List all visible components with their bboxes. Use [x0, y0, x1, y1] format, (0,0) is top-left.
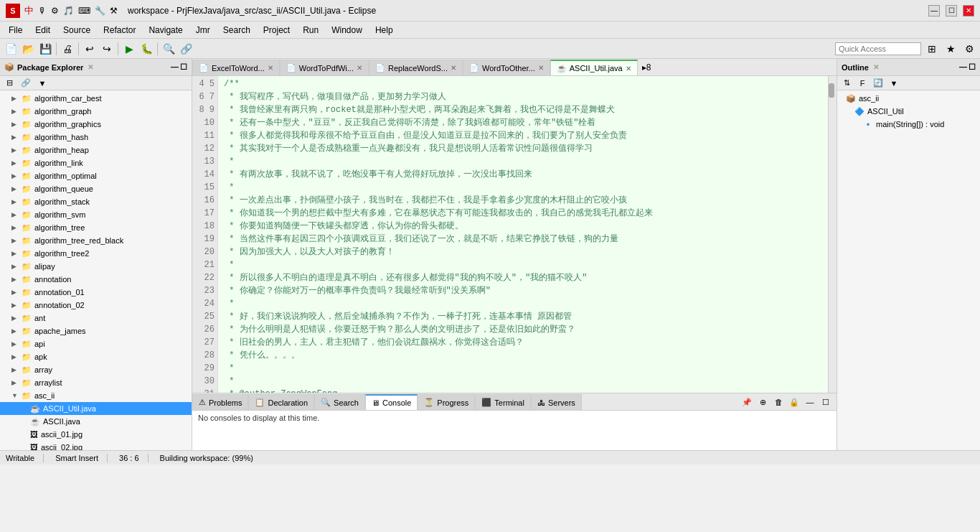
package-explorer-close-icon[interactable]: ✕: [88, 63, 93, 71]
tree-item-algorithm-tree2[interactable]: ▶📁algorithm_tree2: [0, 247, 192, 260]
tree-expand-icon[interactable]: ▶: [11, 146, 20, 154]
tree-expand-icon[interactable]: ▶: [11, 289, 20, 296]
tree-item-ASCII-java[interactable]: ☕ASCII.java: [0, 415, 192, 428]
console-maximize[interactable]: ☐: [818, 394, 834, 410]
bottom-tab-search[interactable]: 🔍 Search: [314, 394, 365, 410]
tree-item-arraylist[interactable]: ▶📁arraylist: [0, 376, 192, 389]
perspective-switch[interactable]: ⊞: [924, 41, 940, 57]
tree-item-algorithm-graph[interactable]: ▶📁algorithm_graph: [0, 105, 192, 118]
tree-item-annotation-02[interactable]: ▶📁annotation_02: [0, 299, 192, 312]
tree-expand-icon[interactable]: ▶: [11, 121, 20, 128]
tree-expand-icon[interactable]: ▶: [11, 276, 20, 283]
tree-expand-icon[interactable]: ▶: [11, 211, 20, 218]
code-editor[interactable]: /** * 我写程序，写代码，做项目做产品，更加努力学习做人 * 我曾经家里有两…: [218, 76, 828, 393]
tree-item-algorithm-car-best[interactable]: ▶📁algorithm_car_best: [0, 92, 192, 105]
quick-access-input[interactable]: [835, 42, 921, 55]
minimize-button[interactable]: —: [928, 5, 940, 17]
tree-item-algorithm-stack[interactable]: ▶📁algorithm_stack: [0, 195, 192, 208]
tree-item-ascii-02-jpg[interactable]: 🖼ascii_02.jpg: [0, 441, 192, 450]
tree-expand-icon[interactable]: ▶: [11, 327, 20, 335]
tree-item-algorithm-hash[interactable]: ▶📁algorithm_hash: [0, 131, 192, 144]
console-clear-button[interactable]: 🗑: [771, 394, 786, 410]
tree-item-ascii-01-jpg[interactable]: 🖼ascii_01.jpg: [0, 428, 192, 441]
menu-item-refactor[interactable]: Refactor: [98, 24, 141, 37]
tree-expand-icon[interactable]: ▼: [11, 392, 20, 399]
bottom-tab-console[interactable]: 🖥 Console: [365, 394, 418, 410]
tree-item-algorithm-queue[interactable]: ▶📁algorithm_queue: [0, 182, 192, 195]
pe-collapse-all[interactable]: ⊟: [1, 75, 17, 91]
outline-hide-fields[interactable]: F: [854, 75, 870, 91]
tab-close-button[interactable]: ✕: [538, 64, 544, 72]
menu-item-help[interactable]: Help: [369, 24, 399, 37]
menu-item-search[interactable]: Search: [217, 24, 256, 37]
bottom-tab-problems[interactable]: ⚠ Problems: [192, 394, 248, 410]
outline-sort[interactable]: ⇅: [839, 75, 854, 91]
close-button[interactable]: ✕: [963, 5, 974, 17]
toolbar-refs[interactable]: 🔗: [178, 41, 194, 57]
tab-close-button[interactable]: ✕: [626, 65, 631, 73]
bottom-tab-terminal[interactable]: ⬛ Terminal: [475, 394, 531, 410]
console-scroll-lock[interactable]: 🔒: [786, 394, 802, 410]
toolbar-search[interactable]: 🔍: [161, 41, 176, 57]
toolbar-undo[interactable]: ↩: [82, 41, 98, 57]
outline-view-menu[interactable]: ▼: [886, 75, 902, 91]
tree-item-apache-james[interactable]: ▶📁apache_james: [0, 325, 192, 337]
outline-item-main-String------void[interactable]: 🔹main(String[]) : void: [837, 118, 980, 131]
menu-item-window[interactable]: Window: [326, 24, 368, 37]
console-new-button[interactable]: ⊕: [755, 394, 771, 410]
tree-item-algorithm-optimal[interactable]: ▶📁algorithm_optimal: [0, 169, 192, 182]
console-pin-button[interactable]: 📌: [739, 394, 755, 410]
toolbar-new[interactable]: 📄: [3, 41, 19, 57]
tree-item-alipay[interactable]: ▶📁alipay: [0, 260, 192, 273]
outline-maximize[interactable]: ☐: [969, 62, 976, 72]
bottom-tab-servers[interactable]: 🖧 Servers: [531, 394, 582, 410]
tree-expand-icon[interactable]: ▶: [11, 198, 20, 205]
tree-expand-icon[interactable]: ▶: [11, 108, 20, 115]
menu-item-edit[interactable]: Edit: [29, 24, 56, 37]
tab-close-button[interactable]: ✕: [268, 64, 273, 72]
editor-tab-ReplaceWordS---[interactable]: 📄ReplaceWordS...✕: [369, 60, 463, 75]
tree-item-asc-ii[interactable]: ▼📁asc_ii: [0, 389, 192, 402]
tree-expand-icon[interactable]: ▶: [11, 224, 20, 231]
tree-expand-icon[interactable]: ▶: [11, 340, 20, 347]
outline-item-asc-ii[interactable]: 📦asc_ii: [837, 92, 980, 105]
window-controls[interactable]: — ☐ ✕: [928, 5, 974, 17]
pe-link-editor[interactable]: 🔗: [18, 75, 34, 91]
package-explorer-minimize[interactable]: —: [171, 62, 179, 72]
tree-expand-icon[interactable]: ▶: [11, 95, 20, 102]
tree-item-apk[interactable]: ▶📁apk: [0, 350, 192, 363]
tree-expand-icon[interactable]: ▶: [11, 366, 20, 373]
outline-minimize[interactable]: —: [959, 62, 967, 72]
outline-item-ASCII-Util[interactable]: 🔷ASCII_Util: [837, 105, 980, 118]
maximize-button[interactable]: ☐: [946, 5, 957, 17]
console-minimize[interactable]: —: [802, 394, 818, 410]
editor-tab-WordToOther---[interactable]: 📄WordToOther...✕: [463, 60, 550, 75]
menu-item-run[interactable]: Run: [297, 24, 324, 37]
toolbar-open[interactable]: 📂: [20, 41, 36, 57]
package-explorer-maximize[interactable]: ☐: [180, 62, 187, 72]
tree-expand-icon[interactable]: ▶: [11, 263, 20, 270]
tree-expand-icon[interactable]: ▶: [11, 159, 20, 167]
tree-item-algorithm-graphics[interactable]: ▶📁algorithm_graphics: [0, 118, 192, 131]
menu-item-navigate[interactable]: Navigate: [143, 24, 188, 37]
tree-expand-icon[interactable]: ▶: [11, 250, 20, 257]
menu-item-jmr[interactable]: Jmr: [190, 24, 216, 37]
tree-item-algorithm-heap[interactable]: ▶📁algorithm_heap: [0, 144, 192, 157]
tree-expand-icon[interactable]: ▶: [11, 237, 20, 244]
outline-sync[interactable]: 🔄: [870, 75, 886, 91]
editor-tab-WordToPdfWi---[interactable]: 📄WordToPdfWi...✕: [280, 60, 369, 75]
tree-item-annotation-01[interactable]: ▶📁annotation_01: [0, 286, 192, 299]
tree-expand-icon[interactable]: ▶: [11, 314, 20, 322]
menu-item-project[interactable]: Project: [258, 24, 296, 37]
tree-item-algorithm-svm[interactable]: ▶📁algorithm_svm: [0, 208, 192, 221]
toolbar-save[interactable]: 💾: [37, 41, 53, 57]
outline-close-icon[interactable]: ✕: [873, 63, 879, 71]
toolbar-redo[interactable]: ↪: [99, 41, 115, 57]
tree-item-ASCII-Util-java[interactable]: ☕ASCII_Util.java: [0, 402, 192, 415]
menu-item-file[interactable]: File: [3, 24, 28, 37]
tree-item-api[interactable]: ▶📁api: [0, 337, 192, 350]
tab-close-button[interactable]: ✕: [451, 64, 456, 72]
tree-expand-icon[interactable]: ▶: [11, 302, 20, 309]
tree-expand-icon[interactable]: ▶: [11, 185, 20, 192]
tree-item-array[interactable]: ▶📁array: [0, 363, 192, 376]
